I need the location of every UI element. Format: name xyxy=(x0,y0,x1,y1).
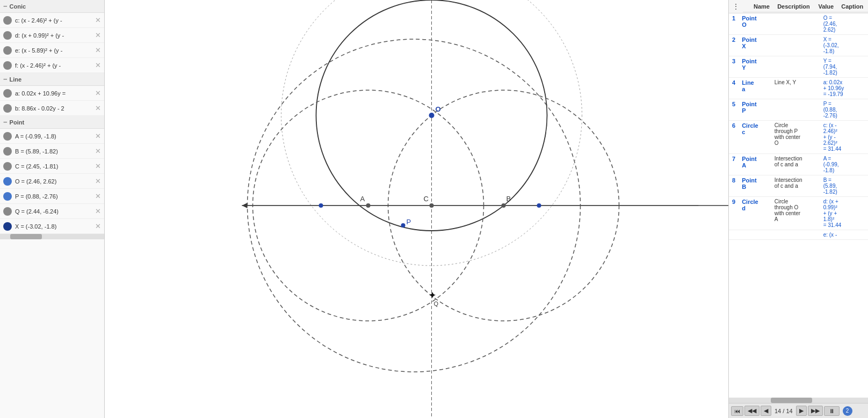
item-label-b: b: 8.86x - 0.02y - 2 xyxy=(15,105,94,112)
list-item[interactable]: B = (5.89, -1.82) ✕ xyxy=(0,144,104,159)
table-row[interactable]: 1 PointO O =(2.46,2.62) xyxy=(729,13,868,35)
close-A[interactable]: ✕ xyxy=(95,132,101,140)
point-section-label: Point xyxy=(10,119,25,126)
list-item[interactable]: e: (x - 5.89)² + (y - ✕ xyxy=(0,43,104,58)
conic-section-header[interactable]: − Conic xyxy=(0,0,104,13)
row-description xyxy=(771,99,820,121)
list-item[interactable]: c: (x - 2.46)² + (y - ✕ xyxy=(0,13,104,28)
close-d[interactable]: ✕ xyxy=(95,31,101,39)
table-row[interactable]: 4 Linea Line X, Y a: 0.02x+ 10.96y= -19.… xyxy=(729,78,868,99)
row-num: 8 xyxy=(729,175,739,197)
close-b[interactable]: ✕ xyxy=(95,104,101,112)
col-header-caption: Caption xyxy=(838,1,868,12)
item-label-B: B = (5.89, -1.82) xyxy=(15,148,94,155)
row-caption xyxy=(859,56,868,78)
row-caption xyxy=(859,230,868,240)
svg-text:C: C xyxy=(424,195,429,203)
close-P[interactable]: ✕ xyxy=(95,192,101,200)
table-row[interactable]: 5 PointP P =(0.88,-2.76) xyxy=(729,99,868,121)
close-c[interactable]: ✕ xyxy=(95,16,101,24)
list-item[interactable]: Q = (2.44, -6.24) ✕ xyxy=(0,204,104,219)
prev-page-button[interactable]: ◀◀ xyxy=(744,406,760,416)
point-collapse-icon: − xyxy=(3,118,8,126)
row-name-type[interactable]: PointO xyxy=(739,13,771,35)
sidebar-scrollbar[interactable] xyxy=(0,234,104,239)
right-panel-header: ⋮ Name Description Value Caption xyxy=(729,0,868,13)
table-row[interactable]: 7 PointA Intersectionof c and a A =(-0.9… xyxy=(729,154,868,175)
row-caption xyxy=(859,121,868,154)
list-item[interactable]: A = (-0.99, -1.8) ✕ xyxy=(0,129,104,144)
canvas-area[interactable]: O C A B P ✦ Q xyxy=(105,0,728,418)
row-value: e: (x - xyxy=(820,230,859,240)
table-options-button[interactable]: ⋮ xyxy=(729,0,743,13)
close-e[interactable]: ✕ xyxy=(95,46,101,54)
list-item[interactable]: a: 0.02x + 10.96y = ✕ xyxy=(0,86,104,101)
row-name-type[interactable]: Circlec xyxy=(739,121,771,154)
page-indicator: 14 / 14 xyxy=(775,408,793,414)
list-item[interactable]: C = (2.45, -1.81) ✕ xyxy=(0,159,104,174)
row-caption xyxy=(859,78,868,99)
table-row[interactable]: 6 Circlec Circlethrough Pwith centerO c:… xyxy=(729,121,868,154)
close-C[interactable]: ✕ xyxy=(95,162,101,170)
row-name-type[interactable]: Circled xyxy=(739,197,771,230)
list-item[interactable]: X = (-3.02, -1.8) ✕ xyxy=(0,219,104,234)
row-value: a: 0.02x+ 10.96y= -19.79 xyxy=(820,78,859,99)
list-item[interactable]: f: (x - 2.46)² + (y - ✕ xyxy=(0,58,104,73)
item-dot-P xyxy=(3,192,12,201)
first-page-button[interactable]: ⏮ xyxy=(731,406,743,416)
item-label-c: c: (x - 2.46)² + (y - xyxy=(15,17,94,24)
close-a[interactable]: ✕ xyxy=(95,89,101,97)
row-description: Circlethrough Owith centerA xyxy=(771,197,820,230)
row-caption xyxy=(859,197,868,230)
list-item[interactable]: b: 8.86x - 0.02y - 2 ✕ xyxy=(0,101,104,116)
table-row[interactable]: 8 PointB Intersectionof c and a B =(5.89… xyxy=(729,175,868,197)
table-row[interactable]: 2 PointX X =(-3.02,-1.8) xyxy=(729,35,868,56)
svg-text:A: A xyxy=(360,195,365,203)
line-section-header[interactable]: − Line xyxy=(0,73,104,86)
item-dot-b xyxy=(3,104,12,113)
row-num: 6 xyxy=(729,121,739,154)
row-name-type[interactable]: PointP xyxy=(739,99,771,121)
table-row[interactable]: 3 PointY Y =(7.94,-1.82) xyxy=(729,56,868,78)
close-f[interactable]: ✕ xyxy=(95,61,101,69)
line-collapse-icon: − xyxy=(3,75,8,83)
row-name-type[interactable]: PointA xyxy=(739,154,771,175)
step-forward-button[interactable]: ▶ xyxy=(796,406,807,416)
svg-point-20 xyxy=(401,223,406,228)
next-page-button[interactable]: ▶▶ xyxy=(808,406,823,416)
close-X[interactable]: ✕ xyxy=(95,222,101,230)
row-name-type[interactable]: PointX xyxy=(739,35,771,56)
row-name-type[interactable]: Linea xyxy=(739,78,771,99)
row-caption xyxy=(859,35,868,56)
list-item[interactable]: O = (2.46, 2.62) ✕ xyxy=(0,174,104,189)
row-value: P =(0.88,-2.76) xyxy=(820,99,859,121)
row-description: Circlethrough Pwith centerO xyxy=(771,121,820,154)
row-name-type[interactable]: PointY xyxy=(739,56,771,78)
table-row[interactable]: e: (x - xyxy=(729,230,868,240)
right-panel: ⋮ Name Description Value Caption 1 Point… xyxy=(728,0,868,418)
list-item[interactable]: d: (x + 0.99)² + (y - ✕ xyxy=(0,28,104,43)
item-dot-Q xyxy=(3,207,12,216)
row-name-type[interactable] xyxy=(739,230,771,240)
bottom-bar: ⏮ ◀◀ ◀ 14 / 14 ▶ ▶▶ ⏸ 2 xyxy=(729,403,868,418)
close-B[interactable]: ✕ xyxy=(95,147,101,155)
step-back-button[interactable]: ◀ xyxy=(761,406,771,416)
pause-button[interactable]: ⏸ xyxy=(824,406,840,416)
point-section-header[interactable]: − Point xyxy=(0,116,104,129)
svg-text:B: B xyxy=(507,195,511,203)
item-dot-a xyxy=(3,89,12,98)
horizontal-scrollbar[interactable] xyxy=(729,398,868,403)
close-O[interactable]: ✕ xyxy=(95,177,101,185)
row-description xyxy=(771,230,820,240)
row-value: c: (x -2.46)²+ (y -2.62)²= 31.44 xyxy=(820,121,859,154)
row-caption xyxy=(859,154,868,175)
close-Q[interactable]: ✕ xyxy=(95,207,101,215)
svg-text:P: P xyxy=(407,218,411,226)
table-row[interactable]: 9 Circled Circlethrough Owith centerA d:… xyxy=(729,197,868,230)
conic-section-label: Conic xyxy=(10,3,26,10)
list-item[interactable]: P = (0.88, -2.76) ✕ xyxy=(0,189,104,204)
item-label-O: O = (2.46, 2.62) xyxy=(15,178,94,185)
row-name-type[interactable]: PointB xyxy=(739,175,771,197)
item-dot-d xyxy=(3,31,12,40)
svg-text:O: O xyxy=(436,105,441,113)
